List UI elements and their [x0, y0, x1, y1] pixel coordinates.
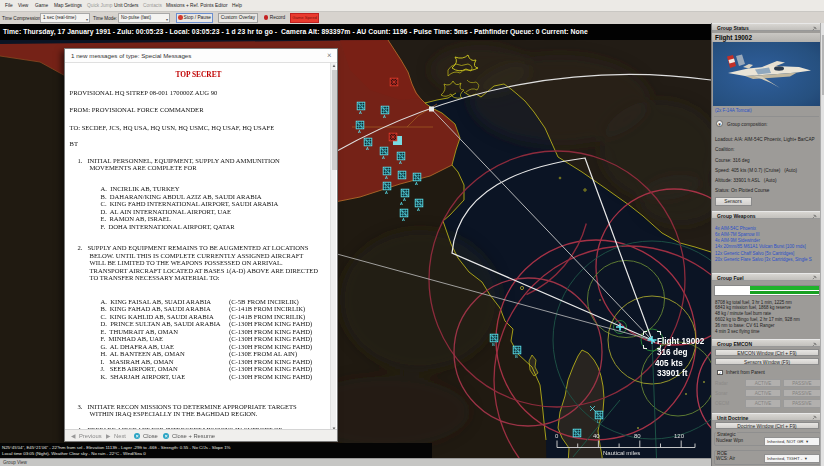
svg-text:120: 120 — [674, 433, 685, 439]
svg-text:40: 40 — [593, 433, 600, 439]
svg-text:A: A — [358, 129, 361, 134]
svg-text:A: A — [359, 110, 362, 115]
svg-text:A: A — [366, 146, 369, 151]
svg-text:A: A — [382, 155, 385, 160]
svg-text:33901 ft: 33901 ft — [657, 369, 688, 378]
svg-text:A: A — [385, 190, 388, 195]
svg-text:A: A — [403, 197, 406, 202]
svg-text:316 deg: 316 deg — [657, 348, 688, 357]
svg-text:A: A — [402, 217, 405, 222]
svg-text:A: A — [383, 114, 386, 119]
svg-text:A: A — [399, 160, 402, 165]
svg-text:Flight 19002: Flight 19002 — [657, 337, 705, 346]
svg-text:A: A — [415, 181, 418, 186]
svg-text:A: A — [385, 175, 388, 180]
svg-text:B: B — [515, 354, 518, 359]
svg-text:B: B — [492, 342, 495, 347]
svg-text:Nautical miles: Nautical miles — [603, 450, 640, 456]
svg-text:A: A — [400, 201, 403, 206]
svg-text:A: A — [417, 207, 420, 212]
svg-text:405 kts: 405 kts — [655, 359, 683, 368]
svg-text:80: 80 — [634, 433, 641, 439]
